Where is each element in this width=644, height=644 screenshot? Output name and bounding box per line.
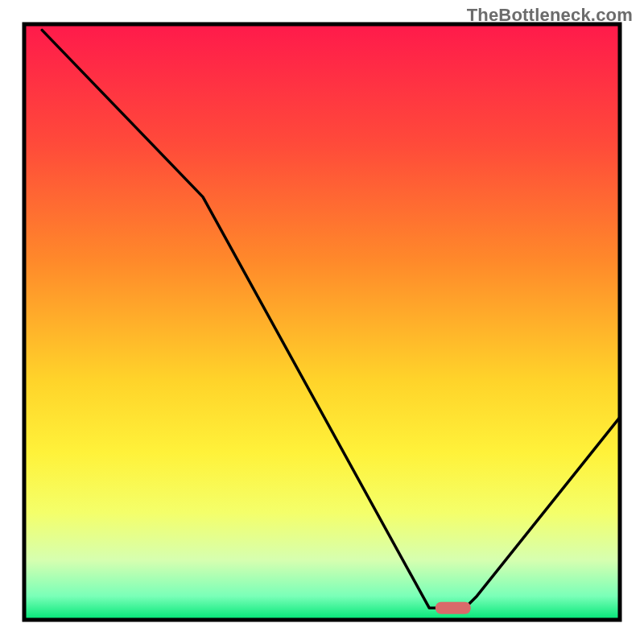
bottleneck-chart [0,0,644,644]
plot-area [24,24,620,620]
watermark-text: TheBottleneck.com [467,5,633,26]
chart-container: TheBottleneck.com [0,0,644,644]
optimal-region-marker [436,602,471,614]
